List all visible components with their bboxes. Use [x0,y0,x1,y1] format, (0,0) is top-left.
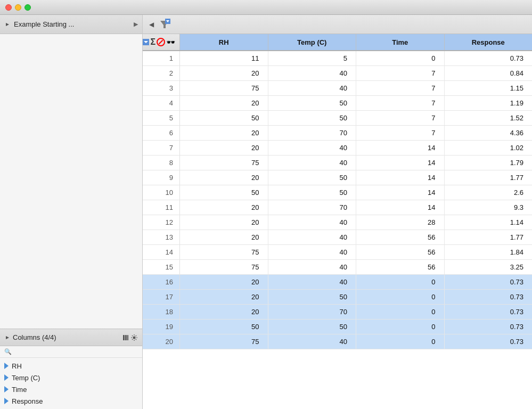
table-row[interactable]: 111500.73 [143,51,532,66]
cell-time: 56 [356,230,445,244]
cell-time: 7 [356,66,445,80]
table-row[interactable]: 72040141.02 [143,141,532,156]
row-number-cell: 19 [143,320,180,334]
columns-collapse-arrow[interactable] [4,334,11,341]
table-row[interactable]: 2204070.84 [143,66,532,81]
cell-rh: 20 [180,305,268,319]
cell-temp: 40 [268,230,357,244]
cell-response: 3.25 [445,260,533,274]
column-item-temp[interactable]: Temp (C) [0,372,142,383]
sidebar: Example Starting ... ▶ Columns (4/4) [0,15,143,409]
table-row[interactable]: 18207000.73 [143,305,532,320]
column-item-time[interactable]: Time [0,383,142,395]
cell-response: 1.19 [445,96,533,110]
traffic-lights [5,4,31,11]
cell-response: 1.15 [445,81,533,95]
cell-time: 14 [356,156,445,170]
columns-gear-button[interactable] [122,334,138,341]
cell-temp: 40 [268,141,357,155]
cell-time: 7 [356,96,445,110]
glasses-icon[interactable]: 🕶️ [166,38,175,46]
cell-temp: 40 [268,260,357,274]
title-bar [0,0,532,15]
cell-rh: 20 [180,96,268,110]
cell-rh: 75 [180,156,268,170]
row-number-cell: 4 [143,96,180,110]
cell-time: 7 [356,81,445,95]
table-row[interactable]: 17205000.73 [143,290,532,305]
cell-response: 0.73 [445,334,533,349]
cell-time: 14 [356,141,445,155]
sidebar-collapse-arrow[interactable] [4,21,11,28]
minimize-button[interactable] [15,4,21,11]
maximize-button[interactable] [24,4,31,11]
row-number-cell: 14 [143,245,180,259]
table-row[interactable]: 3754071.15 [143,81,532,96]
column-header-response-label: Response [472,38,505,46]
table-row[interactable]: 87540141.79 [143,156,532,170]
columns-panel: Columns (4/4) 🔍 [0,329,142,409]
cell-rh: 20 [180,170,268,185]
column-item-rh[interactable]: RH [0,360,142,372]
cell-time: 56 [356,260,445,274]
row-number-cell: 16 [143,275,180,289]
table-row[interactable]: 20754000.73 [143,334,532,349]
table-row[interactable]: 112070149.3 [143,200,532,215]
app-body: Example Starting ... ▶ Columns (4/4) [0,15,532,409]
row-number-cell: 6 [143,126,180,140]
cell-response: 1.02 [445,141,533,155]
cell-temp: 50 [268,111,357,125]
cell-response: 0.73 [445,275,533,289]
close-button[interactable] [5,4,12,11]
svg-marker-1 [6,336,9,339]
table-row[interactable]: 16204000.73 [143,275,532,290]
cell-rh: 75 [180,260,268,274]
cell-rh: 11 [180,51,268,66]
table-row[interactable]: 4205071.19 [143,96,532,111]
cell-rh: 20 [180,275,268,289]
table-row[interactable]: 5505071.52 [143,111,532,126]
column-triangle-icon [4,374,9,381]
row-number-cell: 10 [143,185,180,200]
table-row[interactable]: 132040561.77 [143,230,532,245]
cell-time: 56 [356,245,445,259]
sidebar-title: Example Starting ... [14,20,130,28]
filter-dropdown-arrow[interactable] [165,19,170,24]
table-row[interactable]: 157540563.25 [143,260,532,275]
cell-temp: 50 [268,290,357,304]
column-header-response[interactable]: Response [445,34,533,50]
column-header-rh[interactable]: RH [180,34,268,50]
cell-response: 0.84 [445,66,533,80]
table-row[interactable]: 19505000.73 [143,320,532,334]
row-number-cell: 11 [143,200,180,215]
table-row[interactable]: 122040281.14 [143,215,532,230]
column-item-response[interactable]: Response [0,395,142,407]
table-row[interactable]: 92050141.77 [143,170,532,185]
table-row[interactable]: 105050142.6 [143,185,532,200]
column-header-time[interactable]: Time [356,34,445,50]
cell-temp: 40 [268,215,357,230]
row-number-cell: 18 [143,305,180,319]
column-search-box[interactable]: 🔍 [0,346,142,358]
cell-time: 0 [356,51,445,66]
nav-back-button[interactable]: ◀ [146,19,157,30]
no-entry-icon[interactable] [157,38,165,46]
cell-rh: 20 [180,126,268,140]
cell-time: 28 [356,215,445,230]
cell-rh: 75 [180,245,268,259]
cell-time: 7 [356,126,445,140]
table-row[interactable]: 6207074.36 [143,126,532,141]
columns-panel-title: Columns (4/4) [13,333,120,341]
table-row[interactable]: 147540561.84 [143,245,532,260]
column-label-rh: RH [12,362,22,370]
table-body[interactable]: 111500.732204070.843754071.154205071.195… [143,51,532,409]
svg-marker-8 [144,41,148,43]
column-header-temp[interactable]: Temp (C) [268,34,357,50]
search-icon: 🔍 [4,348,12,355]
cell-temp: 40 [268,156,357,170]
column-triangle-icon [4,386,9,392]
row-number-cell: 12 [143,215,180,230]
row-filter-dropdown[interactable] [143,39,149,45]
sidebar-expand-icon[interactable]: ▶ [134,21,138,28]
cell-temp: 40 [268,334,357,349]
